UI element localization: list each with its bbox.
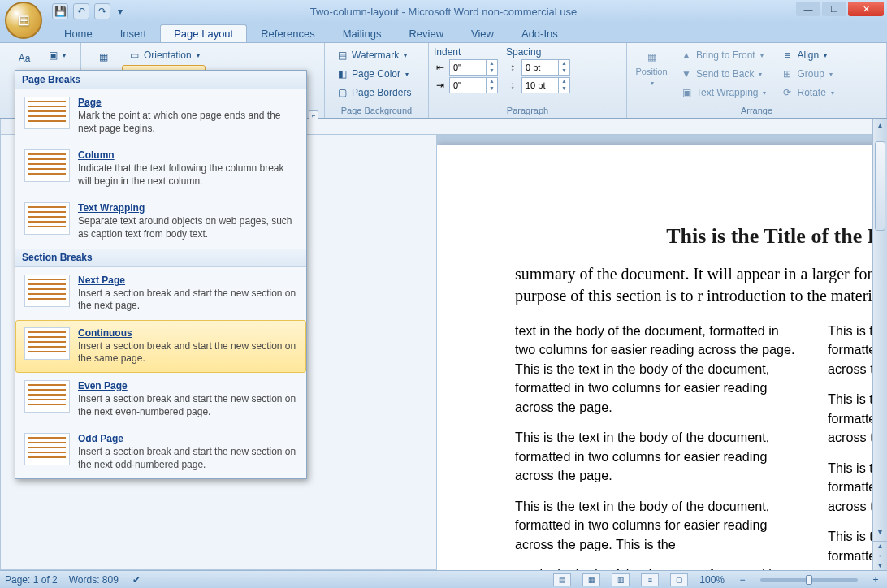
spacing-label: Spacing <box>506 46 570 58</box>
breaks-option-page[interactable]: PageMark the point at which one page end… <box>15 89 306 142</box>
theme-colors-button[interactable]: ▣▾ <box>47 46 67 64</box>
bring-to-front-button[interactable]: ▲Bring to Front▾ <box>674 46 772 64</box>
break-option-title: Even Page <box>78 380 297 391</box>
breaks-option-continuous[interactable]: ContinuousInsert a section break and sta… <box>15 320 306 373</box>
align-button[interactable]: ≡Align▾ <box>775 46 839 64</box>
spacing-before-icon: ↕ <box>506 61 519 74</box>
indent-left-input[interactable]: ▲▼ <box>449 59 498 76</box>
close-button[interactable]: ✕ <box>848 2 884 16</box>
minimize-button[interactable]: — <box>796 2 820 16</box>
zoom-level[interactable]: 100% <box>699 574 725 586</box>
maximize-button[interactable]: ☐ <box>822 2 846 16</box>
tab-review[interactable]: Review <box>395 24 457 42</box>
document-page[interactable]: This is the Title of the Document summar… <box>437 145 872 570</box>
document-title[interactable]: This is the Title of the Document <box>515 224 872 249</box>
indent-right-icon: ⇥ <box>434 79 447 92</box>
break-option-icon <box>24 275 70 307</box>
page-borders-icon: ▢ <box>335 86 348 99</box>
body-paragraph[interactable]: This is the text in the body of the docu… <box>515 428 798 485</box>
orientation-button[interactable]: ▭Orientation▾ <box>122 46 206 64</box>
break-option-desc: Mark the point at which one page ends an… <box>78 110 297 135</box>
breaks-option-odd-page[interactable]: Odd PageInsert a section break and start… <box>15 426 306 478</box>
qat-customize-icon[interactable]: ▾ <box>115 3 125 19</box>
tab-home[interactable]: Home <box>50 24 106 42</box>
office-button[interactable]: ⊞ <box>5 2 42 39</box>
text-wrapping-icon: ▣ <box>680 86 693 99</box>
break-option-title: Text Wrapping <box>78 202 297 214</box>
proofing-icon[interactable]: ✔ <box>130 573 143 586</box>
break-option-desc: Insert a section break and start the new… <box>78 393 297 418</box>
draft-view-button[interactable]: ▢ <box>670 573 688 586</box>
page-color-button[interactable]: ◧Page Color▾ <box>330 65 423 83</box>
position-button[interactable]: ▦Position▾ <box>632 46 671 100</box>
body-paragraph[interactable]: This is the text in the body of the docu… <box>828 527 872 565</box>
tab-page-layout[interactable]: Page Layout <box>160 24 247 42</box>
scroll-thumb[interactable] <box>875 141 885 231</box>
document-body-columns[interactable]: text in the body of the document, format… <box>515 322 872 570</box>
page-color-icon: ◧ <box>335 67 348 80</box>
page-background-group-label: Page Background <box>330 106 423 116</box>
indent-label: Indent <box>434 46 498 58</box>
break-option-icon <box>24 202 70 235</box>
watermark-button[interactable]: ▤Watermark▾ <box>330 46 423 64</box>
tab-add-ins[interactable]: Add-Ins <box>508 24 572 42</box>
orientation-icon: ▭ <box>128 49 141 62</box>
zoom-in-button[interactable]: + <box>869 573 882 586</box>
breaks-option-column[interactable]: ColumnIndicate that the text following t… <box>15 142 306 195</box>
redo-icon[interactable]: ↷ <box>94 3 110 19</box>
body-paragraph[interactable]: This is the text in the body of the docu… <box>515 497 798 554</box>
breaks-option-text-wrapping[interactable]: Text WrappingSeparate text around object… <box>15 195 306 248</box>
page-indicator[interactable]: Page: 1 of 2 <box>5 574 58 586</box>
browse-object-nav[interactable]: ▲◦▼ <box>873 541 887 570</box>
body-paragraph[interactable]: This is the text in the body of the docu… <box>828 390 872 447</box>
page-borders-button[interactable]: ▢Page Borders <box>330 84 423 102</box>
rotate-icon: ⟳ <box>781 86 794 99</box>
spacing-after-icon: ↕ <box>506 79 519 92</box>
spacing-before-input[interactable]: ▲▼ <box>521 59 570 76</box>
document-area[interactable]: This is the Title of the Document summar… <box>437 135 872 570</box>
quick-access-toolbar: 💾 ↶ ↷ ▾ <box>52 3 125 19</box>
ribbon-tabs: HomeInsertPage LayoutReferencesMailingsR… <box>0 23 887 42</box>
breaks-option-next-page[interactable]: Next PageInsert a section break and star… <box>15 267 306 320</box>
scroll-down-icon[interactable]: ▼ <box>873 525 887 539</box>
group-button[interactable]: ⊞Group▾ <box>775 65 839 83</box>
tab-references[interactable]: References <box>247 24 328 42</box>
save-icon[interactable]: 💾 <box>52 3 68 19</box>
position-icon: ▦ <box>645 50 658 63</box>
outline-view-button[interactable]: ≡ <box>641 573 659 586</box>
indent-right-input[interactable]: ▲▼ <box>449 77 498 93</box>
document-summary[interactable]: summary of the document. It will appear … <box>515 263 872 307</box>
full-screen-view-button[interactable]: ▦ <box>582 573 600 586</box>
break-option-icon <box>24 149 70 182</box>
body-paragraph[interactable]: text in the body of the document, format… <box>515 322 798 417</box>
print-layout-view-button[interactable]: ▤ <box>553 573 571 586</box>
spacing-after-input[interactable]: ▲▼ <box>521 77 570 93</box>
breaks-option-even-page[interactable]: Even PageInsert a section break and star… <box>15 373 306 426</box>
tab-insert[interactable]: Insert <box>106 24 161 42</box>
text-wrapping-button[interactable]: ▣Text Wrapping▾ <box>674 84 772 102</box>
themes-icon: Aa <box>18 52 31 65</box>
undo-icon[interactable]: ↶ <box>73 3 89 19</box>
scroll-up-icon[interactable]: ▲ <box>873 119 887 133</box>
zoom-out-button[interactable]: − <box>736 573 749 586</box>
word-count[interactable]: Words: 809 <box>69 574 119 586</box>
vertical-scrollbar[interactable]: ▲ ▼ ▲◦▼ <box>872 119 887 570</box>
send-to-back-button[interactable]: ▼Send to Back▾ <box>674 65 772 83</box>
web-layout-view-button[interactable]: ▥ <box>612 573 630 586</box>
tab-view[interactable]: View <box>457 24 508 42</box>
page-breaks-header: Page Breaks <box>15 71 306 89</box>
break-option-title: Page <box>78 97 297 108</box>
body-paragraph[interactable]: This is the text in the body of the docu… <box>828 459 872 516</box>
rotate-button[interactable]: ⟳Rotate▾ <box>775 84 839 102</box>
break-option-title: Next Page <box>78 275 297 286</box>
break-option-desc: Insert a section break and start the new… <box>78 288 297 313</box>
tab-mailings[interactable]: Mailings <box>329 24 396 42</box>
group-icon: ⊞ <box>781 67 794 80</box>
break-option-desc: Insert a section break and start the new… <box>78 446 297 471</box>
zoom-slider[interactable] <box>760 578 858 582</box>
break-option-icon <box>24 380 70 413</box>
break-option-desc: Indicate that the text following the col… <box>78 162 297 188</box>
window-title: Two-column-layout - Microsoft Word non-c… <box>310 6 577 18</box>
title-bar: ⊞ 💾 ↶ ↷ ▾ Two-column-layout - Microsoft … <box>0 0 887 23</box>
break-option-desc: Separate text around objects on web page… <box>78 215 297 240</box>
